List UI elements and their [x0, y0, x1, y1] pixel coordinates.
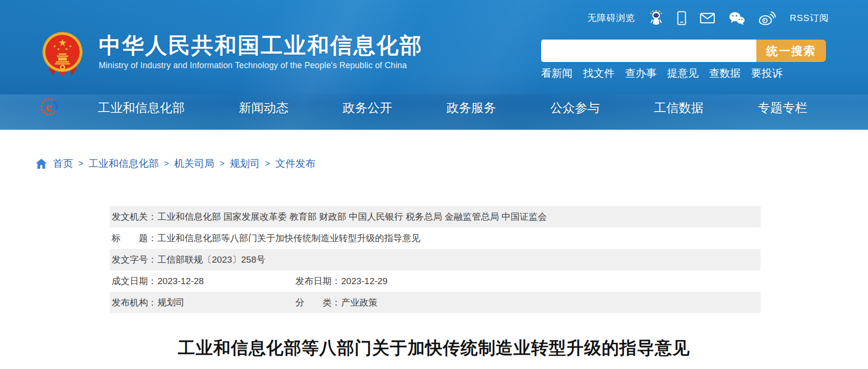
quick-links: 看新闻 找文件 查办事 提意见 查数据 要投诉	[541, 66, 783, 81]
mobile-icon[interactable]	[677, 11, 686, 25]
meta-value-category: 产业政策	[341, 297, 377, 309]
meta-row-publisher-category: 发布机构： 规划司 分 类： 产业政策	[110, 292, 761, 313]
nav-item-data[interactable]: 工信数据	[654, 100, 704, 116]
meta-value-written-date: 2023-12-28	[157, 276, 204, 287]
brand-text: 中华人民共和国工业和信息化部 Ministry of Industry and …	[99, 31, 423, 71]
home-icon[interactable]	[36, 159, 47, 169]
miit-e-logo-icon: e	[40, 96, 62, 117]
meta-value-publish-date: 2023-12-29	[341, 276, 387, 287]
utility-bar: 无障碍浏览	[587, 10, 829, 27]
search-box: 统一搜索	[541, 40, 826, 62]
meta-label: 发文机关：	[112, 211, 157, 223]
meta-row-dates: 成文日期： 2023-12-28 发布日期： 2023-12-29	[110, 270, 761, 292]
site-title: 中华人民共和国工业和信息化部	[99, 33, 423, 57]
nav-item-gov-service[interactable]: 政务服务	[447, 100, 496, 116]
breadcrumb-separator: >	[78, 159, 84, 169]
miit-document-page: 无障碍浏览	[0, 0, 868, 369]
quick-link-suggest[interactable]: 提意见	[667, 66, 699, 81]
meta-row-issuing-agencies: 发文机关： 工业和信息化部 国家发展改革委 教育部 财政部 中国人民银行 税务总…	[110, 206, 761, 227]
meta-value: 工业和信息化部 国家发展改革委 教育部 财政部 中国人民银行 税务总局 金融监管…	[157, 211, 547, 223]
national-emblem-icon	[41, 31, 84, 79]
nav-item-miit[interactable]: 工业和信息化部	[98, 100, 185, 116]
quick-link-complaint[interactable]: 要投诉	[751, 66, 783, 81]
meta-value: 工业和信息化部等八部门关于加快传统制造业转型升级的指导意见	[157, 232, 420, 245]
nav-item-gov-info[interactable]: 政务公开	[343, 100, 392, 116]
rss-link[interactable]: RSS订阅	[790, 12, 829, 24]
breadcrumb: 首页 > 工业和信息化部 > 机关司局 > 规划司 > 文件发布	[36, 157, 315, 170]
meta-label: 发文字号：	[112, 254, 157, 266]
breadcrumb-home[interactable]: 首页	[53, 157, 73, 170]
meta-row-title: 标 题： 工业和信息化部等八部门关于加快传统制造业转型升级的指导意见	[110, 227, 761, 249]
site-subtitle-en: Ministry of Industry and Information Tec…	[99, 61, 423, 71]
meta-value: 工信部联规〔2023〕258号	[157, 254, 265, 266]
accessibility-link[interactable]: 无障碍浏览	[587, 12, 635, 24]
weibo-icon[interactable]	[759, 11, 776, 25]
breadcrumb-departments[interactable]: 机关司局	[174, 157, 214, 170]
search-input[interactable]	[541, 40, 756, 62]
meta-row-doc-number: 发文字号： 工信部联规〔2023〕258号	[110, 249, 761, 270]
quick-link-news[interactable]: 看新闻	[541, 66, 573, 81]
meta-label: 分 类：	[295, 297, 341, 309]
meta-label: 标 题：	[112, 232, 157, 245]
document-title: 工业和信息化部等八部门关于加快传统制造业转型升级的指导意见	[0, 337, 868, 360]
meta-label: 发布机构：	[112, 297, 157, 309]
meta-value-publisher: 规划司	[157, 297, 185, 309]
svg-text:e: e	[46, 99, 52, 114]
quick-link-data[interactable]: 查数据	[709, 66, 741, 81]
wechat-icon[interactable]	[729, 11, 745, 25]
site-brand-link[interactable]: 中华人民共和国工业和信息化部 Ministry of Industry and …	[41, 31, 423, 79]
breadcrumb-separator: >	[220, 159, 225, 169]
mail-icon[interactable]	[700, 13, 715, 23]
breadcrumb-planning-dept[interactable]: 规划司	[230, 157, 260, 170]
nav-item-news[interactable]: 新闻动态	[239, 100, 289, 116]
nav-item-topics[interactable]: 专题专栏	[758, 100, 807, 116]
search-button[interactable]: 统一搜索	[756, 40, 826, 62]
robot-assistant-icon[interactable]	[649, 10, 663, 26]
breadcrumb-separator: >	[265, 159, 271, 169]
nav-item-participation[interactable]: 公众参与	[550, 100, 600, 116]
quick-link-files[interactable]: 找文件	[583, 66, 615, 81]
quick-link-services[interactable]: 查办事	[625, 66, 657, 81]
breadcrumb-separator: >	[164, 159, 169, 169]
meta-label: 成文日期：	[112, 275, 157, 287]
meta-label: 发布日期：	[295, 275, 341, 287]
site-header: 无障碍浏览	[0, 0, 868, 130]
document-meta-table: 发文机关： 工业和信息化部 国家发展改革委 教育部 财政部 中国人民银行 税务总…	[110, 206, 761, 313]
breadcrumb-document-release[interactable]: 文件发布	[275, 157, 315, 170]
breadcrumb-miit[interactable]: 工业和信息化部	[89, 157, 159, 170]
main-nav: 工业和信息化部 新闻动态 政务公开 政务服务 公众参与 工信数据 专题专栏	[98, 99, 807, 117]
